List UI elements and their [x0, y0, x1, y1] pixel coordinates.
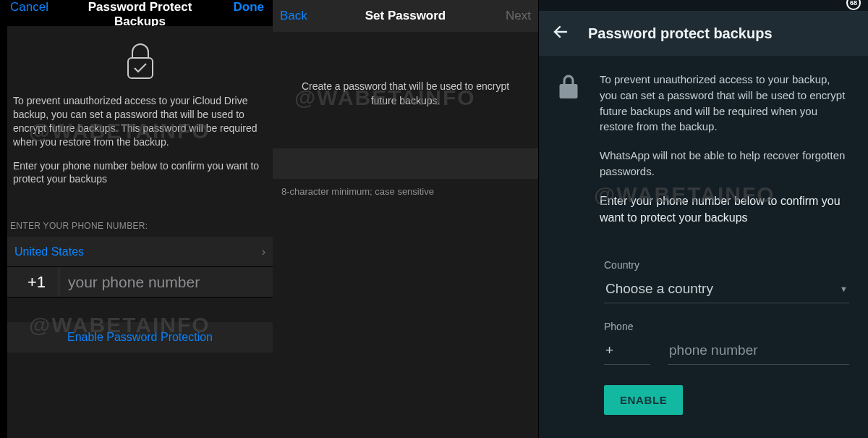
set-password-subtitle: Create a password that will be used to e…	[273, 32, 538, 148]
phone-section-label: ENTER YOUR PHONE NUMBER:	[7, 208, 273, 237]
navbar: Back Set Password Next	[273, 0, 538, 32]
phone-input[interactable]: your phone number	[59, 274, 265, 291]
phone-label: Phone	[604, 321, 849, 332]
phone-row[interactable]: +1 your phone number	[7, 267, 273, 298]
back-arrow-icon[interactable]	[552, 23, 569, 43]
body-paragraph-3: Enter your phone number below to confirm…	[600, 193, 849, 226]
chevron-right-icon: ›	[262, 245, 265, 258]
form: Country Choose a country ▼ Phone + phone…	[539, 239, 868, 415]
page-title: Password protect backups	[588, 25, 773, 42]
country-label: Country	[604, 259, 849, 271]
lock-check-icon	[124, 42, 156, 84]
ios-set-password-pane: Back Set Password Next Create a password…	[273, 0, 539, 438]
done-button[interactable]: Done	[219, 0, 270, 14]
hero	[7, 26, 273, 94]
content: To prevent unauthorized access to your b…	[539, 56, 868, 239]
phone-number-input[interactable]: phone number	[668, 338, 849, 365]
android-protect-backups-pane: 68 Password protect backups To prevent u…	[539, 0, 868, 438]
country-value: United States	[14, 245, 84, 258]
next-button[interactable]: Next	[488, 9, 531, 23]
nav-title: Password Protect Backups	[61, 0, 219, 29]
status-bar: 68	[539, 0, 868, 11]
country-placeholder: Choose a country	[605, 281, 713, 297]
svg-rect-0	[128, 58, 153, 78]
body-paragraph-1: To prevent unauthorized access to your i…	[13, 94, 267, 149]
body-paragraph-2: Enter your phone number below to confirm…	[13, 159, 267, 187]
enable-password-protection-button[interactable]: Enable Password Protection	[7, 322, 273, 353]
enable-button[interactable]: ENABLE	[604, 385, 683, 415]
ios-protect-backups-pane: Cancel Password Protect Backups Done To …	[0, 0, 273, 438]
country-select[interactable]: Choose a country ▼	[604, 277, 849, 303]
body-paragraph-1: To prevent unauthorized access to your b…	[600, 72, 849, 135]
nav-title: Set Password	[323, 9, 488, 23]
back-button[interactable]: Back	[280, 9, 323, 23]
cancel-button[interactable]: Cancel	[10, 0, 61, 14]
app-bar: Password protect backups	[539, 11, 868, 56]
dropdown-triangle-icon: ▼	[840, 285, 848, 293]
body-text: To prevent unauthorized access to your i…	[7, 94, 273, 208]
phone-country-code-input[interactable]: +	[604, 338, 650, 365]
lock-icon	[558, 72, 579, 239]
password-input[interactable]	[273, 148, 538, 179]
country-code: +1	[14, 267, 59, 297]
navbar: Cancel Password Protect Backups Done	[7, 0, 273, 26]
country-row[interactable]: United States ›	[7, 237, 273, 267]
body-paragraph-2: WhatsApp will not be able to help recove…	[600, 148, 849, 180]
password-hint: 8-character minimum; case sensitive	[273, 179, 538, 204]
notification-badge: 68	[846, 0, 861, 10]
